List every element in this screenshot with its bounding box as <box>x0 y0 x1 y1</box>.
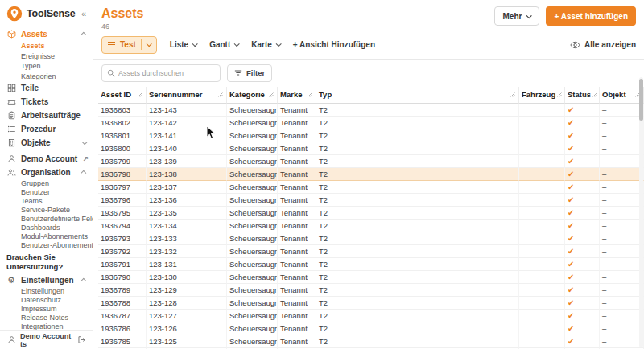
cell-object: – <box>600 220 644 232</box>
table-row[interactable]: 1936791 123-131 Scheuersaugmä Tenannt T2… <box>98 258 644 271</box>
cell-serial: 123-131 <box>147 258 227 271</box>
sidebar-subitem[interactable]: Gruppen <box>0 179 93 188</box>
table-row[interactable]: 1936789 123-129 Scheuersaugmä Tenannt T2… <box>98 284 644 297</box>
column-resize-icon[interactable] <box>557 92 562 97</box>
parts-icon <box>6 84 16 92</box>
sidebar-subitem[interactable]: Datenschutz <box>0 296 93 305</box>
cell-asset-id: 1936786 <box>98 322 147 335</box>
table-row[interactable]: 1936793 123-133 Scheuersaugmä Tenannt T2… <box>98 232 644 245</box>
sidebar-subitem[interactable]: Impressum <box>0 305 93 314</box>
cell-brand: Tenannt <box>278 335 316 348</box>
cell-brand: Tenannt <box>278 245 316 258</box>
sidebar-item-arbeitsauftraege[interactable]: Arbeitsaufträge <box>0 109 93 122</box>
table-row[interactable]: 1936788 123-128 Scheuersaugmä Tenannt T2… <box>98 297 644 310</box>
sidebar-item-assets[interactable]: Assets <box>0 27 93 41</box>
table-row[interactable]: 1936796 123-136 Scheuersaugmä Tenannt T2… <box>98 194 644 207</box>
chevron-down-icon <box>526 13 532 18</box>
table-toolbar: Filter <box>93 60 644 87</box>
scrollbar-thumb[interactable] <box>639 79 643 121</box>
table-row[interactable]: 1936795 123-135 Scheuersaugmä Tenannt T2… <box>98 207 644 220</box>
sidebar-subitem[interactable]: Dashboards <box>0 224 93 232</box>
search-box <box>101 64 221 82</box>
sidebar-subitem[interactable]: Ereignisse <box>0 51 93 62</box>
column-resize-icon[interactable] <box>510 92 515 97</box>
add-view-button[interactable]: + Ansicht Hinzufügen <box>293 40 375 49</box>
column-resize-icon[interactable] <box>308 92 312 97</box>
table-row[interactable]: 1936797 123-137 Scheuersaugmä Tenannt T2… <box>98 181 644 194</box>
cell-category: Scheuersaugmä <box>227 207 278 220</box>
cell-vehicle <box>519 168 565 181</box>
table-row[interactable]: 1936785 123-125 Scheuersaugmä Tenannt T2… <box>98 335 644 348</box>
sidebar-item-objekte[interactable]: Objekte <box>0 136 93 150</box>
sidebar-subitem[interactable]: Modul-Abonnements <box>0 232 93 241</box>
column-header[interactable]: Marke <box>278 87 316 104</box>
column-header[interactable]: Seriennummer <box>147 87 227 104</box>
cell-object: – <box>600 104 644 117</box>
more-button[interactable]: Mehr <box>494 6 540 26</box>
vertical-scrollbar[interactable] <box>639 77 643 347</box>
column-header[interactable]: Objekt <box>600 87 644 104</box>
people-icon <box>6 168 16 177</box>
cell-vehicle <box>519 142 565 155</box>
column-header[interactable]: Asset ID <box>98 87 147 104</box>
table-row[interactable]: 1936800 123-140 Scheuersaugmä Tenannt T2… <box>98 142 644 155</box>
sidebar-subitem[interactable]: Typen <box>0 61 93 72</box>
table-row[interactable]: 1936802 123-142 Scheuersaugmä Tenannt T2… <box>98 117 644 129</box>
tab-test-active[interactable]: Test <box>101 36 157 54</box>
cell-object: – <box>600 297 644 310</box>
sidebar-item-label: Demo Account <box>21 154 77 163</box>
cell-type: T2 <box>316 271 519 284</box>
column-resize-icon[interactable] <box>269 92 274 97</box>
sidebar-subitem[interactable]: Benutzer-Abonnements <box>0 241 93 250</box>
sidebar-collapse-button[interactable]: « <box>81 9 86 18</box>
column-header[interactable]: Status <box>565 87 600 104</box>
column-header[interactable]: Fahrzeug <box>519 87 565 104</box>
sidebar-item-tickets[interactable]: Tickets <box>0 95 93 109</box>
table-row[interactable]: 1936790 123-130 Scheuersaugmä Tenannt T2… <box>98 271 644 284</box>
sidebar-subitem[interactable]: Teams <box>0 197 93 206</box>
cell-serial: 123-142 <box>147 117 227 129</box>
column-header[interactable]: Typ <box>316 87 519 104</box>
table-row[interactable]: 1936798 123-138 Scheuersaugmä Tenannt T2… <box>98 168 644 181</box>
view-tab[interactable]: Liste <box>170 40 196 49</box>
user-row[interactable]: Demo Account ts <box>0 330 93 349</box>
filter-button[interactable]: Filter <box>227 64 272 82</box>
view-tab[interactable]: Karte <box>251 40 280 49</box>
sidebar-subitem[interactable]: Benutzer <box>0 188 93 197</box>
sidebar-subitem[interactable]: Benutzerdefinierte Felder <box>0 215 93 224</box>
sidebar-subitem[interactable]: Einstellungen <box>0 287 93 296</box>
sidebar-subitem[interactable]: Service-Pakete <box>0 206 93 215</box>
sidebar-item-prozedur[interactable]: Prozedur <box>0 122 93 136</box>
sidebar-subitem[interactable]: Assets <box>0 41 93 51</box>
show-all-button[interactable]: Alle anzeigen <box>570 40 636 49</box>
sidebar-subitem[interactable]: Release Notes <box>0 314 93 322</box>
table-row[interactable]: 1936794 123-134 Scheuersaugmä Tenannt T2… <box>98 220 644 232</box>
sidebar-item-einstellungen[interactable]: ⚙ Einstellungen <box>0 273 93 287</box>
column-header[interactable]: Kategorie <box>227 87 278 104</box>
table-row[interactable]: 1936803 123-143 Scheuersaugmä Tenannt T2… <box>98 104 644 117</box>
support-link[interactable]: Brauchen Sie Unterstützung? <box>0 250 93 273</box>
cell-brand: Tenannt <box>278 258 316 271</box>
sidebar-item-organisation[interactable]: Organisation <box>0 166 93 179</box>
sidebar-subitem[interactable]: Kategorien <box>0 72 93 82</box>
logout-icon[interactable] <box>77 335 86 344</box>
sidebar-subitem[interactable]: Integrationen <box>0 322 93 330</box>
cell-status: ✔ <box>565 168 600 181</box>
status-check-icon: ✔ <box>568 157 574 166</box>
sidebar-item-demo-account[interactable]: Demo Account ↗ <box>0 152 93 166</box>
column-resize-icon[interactable] <box>218 92 223 97</box>
table-row[interactable]: 1936799 123-139 Scheuersaugmä Tenannt T2… <box>98 155 644 168</box>
search-input[interactable] <box>118 69 215 77</box>
logo-text: ToolSense <box>27 8 75 19</box>
sidebar-item-teile[interactable]: Teile <box>0 81 93 95</box>
cell-brand: Tenannt <box>278 310 316 322</box>
column-resize-icon[interactable] <box>138 92 142 97</box>
view-tab[interactable]: Gantt <box>209 40 238 49</box>
table-row[interactable]: 1936792 123-132 Scheuersaugmä Tenannt T2… <box>98 245 644 258</box>
cell-asset-id: 1936797 <box>98 181 147 194</box>
table-row[interactable]: 1936787 123-127 Scheuersaugmä Tenannt T2… <box>98 310 644 322</box>
table-row[interactable]: 1936786 123-126 Scheuersaugmä Tenannt T2… <box>98 322 644 335</box>
add-asset-button[interactable]: + Asset hinzufügen <box>546 6 636 26</box>
table-row[interactable]: 1936801 123-141 Scheuersaugmä Tenannt T2… <box>98 129 644 142</box>
column-resize-icon[interactable] <box>592 92 597 97</box>
